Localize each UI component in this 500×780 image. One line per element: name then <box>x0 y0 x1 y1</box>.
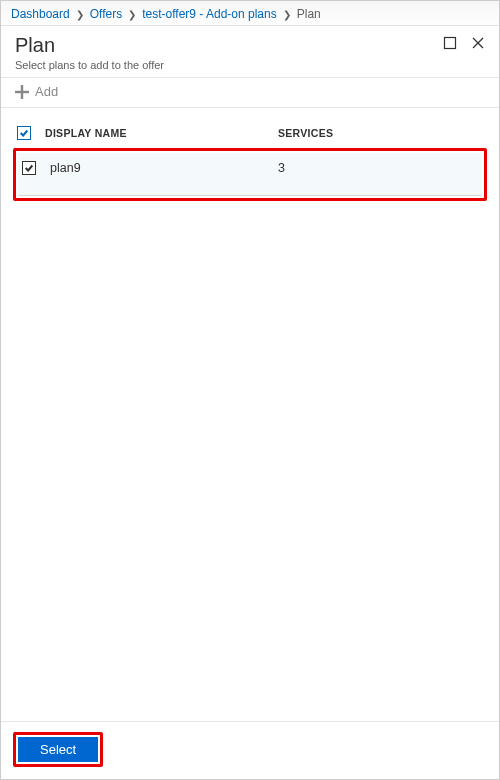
breadcrumb: Dashboard ❯ Offers ❯ test-offer9 - Add-o… <box>1 1 499 26</box>
breadcrumb-item-plan: Plan <box>297 7 321 21</box>
breadcrumb-item-offer-addon-plans[interactable]: test-offer9 - Add-on plans <box>142 7 277 21</box>
breadcrumb-item-dashboard[interactable]: Dashboard <box>11 7 70 21</box>
row-display-name: plan9 <box>50 161 278 175</box>
select-button[interactable]: Select <box>18 737 98 762</box>
close-icon <box>471 36 485 50</box>
plus-icon <box>15 85 29 99</box>
table-header-row: DISPLAY NAME SERVICES <box>13 122 487 146</box>
svg-rect-0 <box>445 38 456 49</box>
toolbar: Add <box>1 78 499 108</box>
check-icon <box>19 128 29 138</box>
breadcrumb-item-offers[interactable]: Offers <box>90 7 122 21</box>
add-button[interactable]: Add <box>15 84 58 99</box>
page-subtitle: Select plans to add to the offer <box>15 59 431 71</box>
table-row[interactable]: plan9 3 <box>18 153 482 196</box>
chevron-right-icon: ❯ <box>74 9 86 20</box>
highlight-annotation: Select <box>13 732 103 767</box>
chevron-right-icon: ❯ <box>281 9 293 20</box>
add-button-label: Add <box>35 84 58 99</box>
maximize-button[interactable] <box>441 34 459 52</box>
select-all-checkbox[interactable] <box>17 126 31 140</box>
column-header-services[interactable]: SERVICES <box>278 127 483 139</box>
blade-footer: Select <box>1 721 499 779</box>
check-icon <box>24 163 34 173</box>
column-header-display-name[interactable]: DISPLAY NAME <box>45 127 278 139</box>
blade-plan: Dashboard ❯ Offers ❯ test-offer9 - Add-o… <box>0 0 500 780</box>
plans-table: DISPLAY NAME SERVICES plan9 3 <box>1 108 499 721</box>
page-title: Plan <box>15 34 431 57</box>
chevron-right-icon: ❯ <box>126 9 138 20</box>
row-checkbox[interactable] <box>22 161 36 175</box>
row-services: 3 <box>278 161 478 175</box>
svg-rect-4 <box>15 90 29 92</box>
blade-header: Plan Select plans to add to the offer <box>1 26 499 78</box>
highlight-annotation: plan9 3 <box>13 148 487 201</box>
maximize-icon <box>443 36 457 50</box>
close-button[interactable] <box>469 34 487 52</box>
